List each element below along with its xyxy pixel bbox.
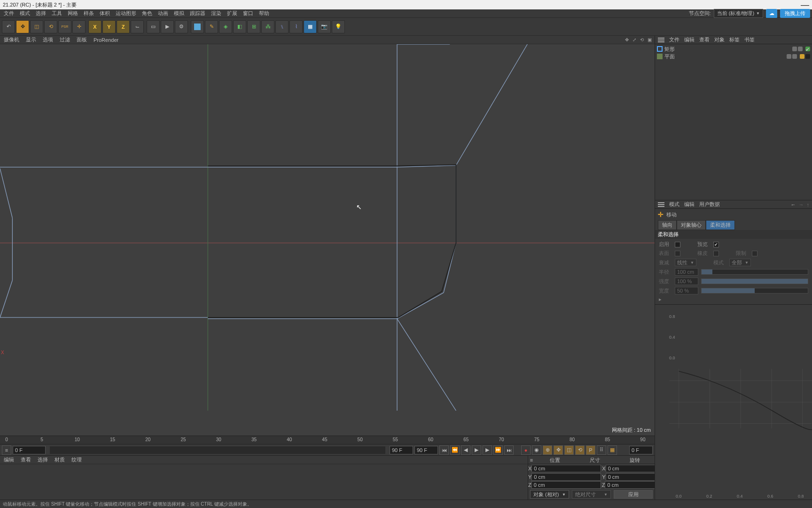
key-opts-button[interactable]: ⠿ [597, 445, 606, 455]
coord-mode-dropdown[interactable]: 对象 (相对)▼ [530, 490, 569, 499]
om-burger[interactable] [658, 38, 664, 42]
menu-mode[interactable]: 模式 [20, 10, 30, 17]
psr-tool[interactable]: PSR [58, 20, 71, 33]
om-menu-view[interactable]: 查看 [699, 36, 710, 43]
floor-button[interactable]: ▦ [304, 20, 317, 33]
vp-menu-options[interactable]: 选项 [43, 36, 53, 43]
mat-menu-view[interactable]: 查看 [21, 456, 31, 463]
tab-softsel[interactable]: 柔和选择 [706, 220, 735, 230]
surface-checkbox[interactable] [675, 251, 680, 256]
menu-window[interactable]: 窗口 [243, 10, 253, 17]
mat-menu-edit[interactable]: 编辑 [4, 456, 14, 463]
falloff-dropdown[interactable]: 线性▼ [675, 259, 696, 266]
tab-axis[interactable]: 轴向 [658, 220, 677, 230]
nodespace-dropdown[interactable]: 当前 (标准/物理)▼ [714, 9, 763, 18]
apply-button[interactable]: 应用 [614, 490, 653, 499]
prev-frame-button[interactable]: ◀ [461, 445, 470, 455]
rotate-tool[interactable]: ⟲ [44, 20, 57, 33]
axis-y-toggle[interactable]: Y [102, 20, 116, 33]
preview-checkbox[interactable] [713, 242, 719, 247]
timeline-ruler[interactable]: 0 5 10 15 20 25 30 35 40 45 50 55 60 65 … [0, 436, 655, 444]
extrude-button[interactable]: ◧ [233, 20, 246, 33]
record-button[interactable]: ● [521, 445, 531, 455]
om-menu-edit[interactable]: 编辑 [684, 36, 695, 43]
next-key-button[interactable]: ⏩ [493, 445, 503, 455]
deformer-button[interactable]: ⌇ [289, 20, 303, 33]
strength-input[interactable] [675, 278, 698, 285]
tab-objaxis[interactable]: 对象轴心 [677, 220, 706, 230]
minimize-button[interactable]: — [801, 2, 809, 7]
am-menu-edit[interactable]: 编辑 [684, 201, 695, 208]
key-pla-button[interactable]: P [586, 445, 595, 455]
om-menu-tags[interactable]: 标签 [729, 36, 740, 43]
vis-toggle[interactable]: ✔ [805, 47, 810, 51]
nav-up[interactable]: ↑ [807, 202, 810, 207]
cloud-button[interactable]: ☁ [766, 9, 777, 18]
menu-tracker[interactable]: 跟踪器 [190, 10, 205, 17]
autokey-button[interactable]: ◉ [532, 445, 541, 455]
pos-z-input[interactable] [531, 481, 601, 489]
tag-icon[interactable] [805, 54, 810, 59]
pen-tool[interactable]: ✎ [205, 20, 218, 33]
mat-menu-material[interactable]: 材质 [55, 456, 65, 463]
om-menu-object[interactable]: 对象 [714, 36, 725, 43]
menu-help[interactable]: 帮助 [259, 10, 269, 17]
last-tool[interactable]: ✛ [72, 20, 86, 33]
rubber-checkbox[interactable] [713, 251, 719, 256]
render-pv-button[interactable]: ▶ [161, 20, 174, 33]
object-row-plane[interactable]: 平面 [657, 53, 810, 60]
key-param-button[interactable]: ⟲ [575, 445, 585, 455]
cloner-button[interactable]: ⊞ [247, 20, 260, 33]
mat-menu-select[interactable]: 选择 [38, 456, 48, 463]
vp-menu-filter[interactable]: 过滤 [60, 36, 70, 43]
vp-nav-toggle[interactable]: ▣ [646, 37, 653, 43]
pos-y-input[interactable] [531, 473, 601, 481]
undo-button[interactable]: ↶ [2, 20, 15, 33]
axis-x-toggle[interactable]: X [88, 20, 102, 33]
menu-character[interactable]: 角色 [142, 10, 152, 17]
vp-menu-camera[interactable]: 摄像机 [4, 36, 19, 43]
key-scale-button[interactable]: ✥ [554, 445, 563, 455]
field-button[interactable]: ⑊ [275, 20, 289, 33]
radius-slider[interactable] [701, 269, 808, 275]
menu-extensions[interactable]: 扩展 [227, 10, 237, 17]
nav-fwd[interactable]: → [799, 202, 804, 207]
upload-button[interactable]: 拖拽上传 [780, 9, 810, 18]
coord-system-button[interactable]: ⌙ [131, 20, 144, 33]
falloff-curve[interactable]: 0.8 0.4 0.0 0.0 0.2 0.4 0.6 0.8 [655, 304, 812, 500]
width-slider[interactable] [701, 288, 808, 294]
timeline-scrubber[interactable] [50, 446, 385, 454]
vp-nav-move[interactable]: ✥ [624, 37, 630, 43]
size-mode-dropdown[interactable]: 绝对尺寸▼ [572, 490, 611, 499]
menu-animate[interactable]: 动画 [158, 10, 168, 17]
goto-start-button[interactable]: ⏮ [439, 445, 449, 455]
mode-dropdown[interactable]: 全部▼ [729, 259, 751, 266]
scale-tool[interactable]: ◫ [30, 20, 43, 33]
vp-nav-rotate[interactable]: ⟲ [639, 37, 645, 43]
vp-menu-display[interactable]: 显示 [26, 36, 36, 43]
render-view-button[interactable]: ▭ [147, 20, 160, 33]
subdiv-button[interactable]: ◈ [219, 20, 232, 33]
coord-burger[interactable]: ≡ [528, 456, 535, 464]
menu-file[interactable]: 文件 [4, 10, 14, 17]
play-button[interactable]: ▶ [472, 445, 481, 455]
pos-x-input[interactable] [531, 465, 601, 472]
menu-spline[interactable]: 样条 [84, 10, 94, 17]
tl-expand[interactable]: ≡ [2, 445, 11, 455]
radius-input[interactable] [675, 268, 698, 276]
om-menu-file[interactable]: 文件 [669, 36, 679, 43]
mat-menu-texture[interactable]: 纹理 [71, 456, 82, 463]
nav-back[interactable]: ← [791, 202, 796, 207]
menu-volume[interactable]: 体积 [100, 10, 110, 17]
enable-checkbox[interactable] [675, 242, 680, 247]
expand-icon[interactable]: ▸ [659, 296, 662, 302]
width-input[interactable] [675, 287, 698, 294]
am-menu-mode[interactable]: 模式 [669, 201, 679, 208]
menu-select[interactable]: 选择 [36, 10, 46, 17]
film-button[interactable]: ▦ [608, 445, 617, 455]
move-tool[interactable]: ✥ [16, 20, 29, 33]
menu-mesh[interactable]: 网格 [68, 10, 78, 17]
goto-end-button[interactable]: ⏭ [504, 445, 514, 455]
am-menu-userdata[interactable]: 用户数据 [699, 201, 720, 208]
frame-max-input[interactable] [414, 446, 438, 454]
